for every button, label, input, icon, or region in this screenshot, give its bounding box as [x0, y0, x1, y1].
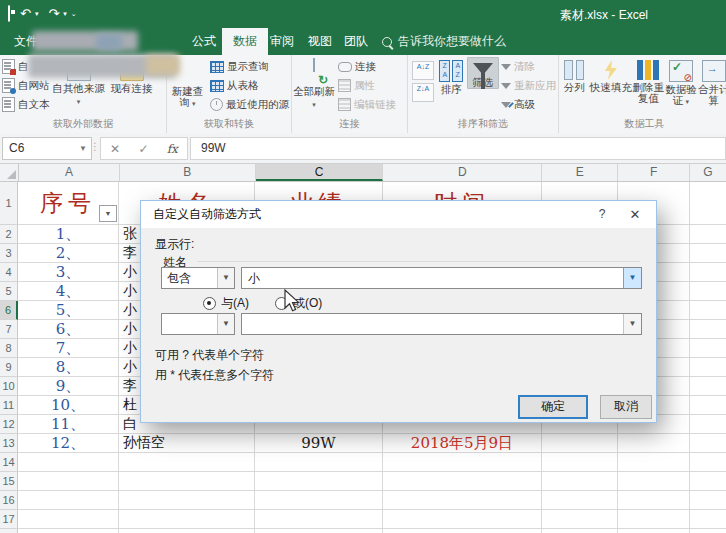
- cell-g16[interactable]: [690, 491, 726, 510]
- row-header-16[interactable]: 16: [0, 491, 18, 510]
- value1-combobox[interactable]: 小 ▼: [241, 267, 642, 289]
- cell-f15[interactable]: [618, 472, 690, 491]
- cell-d18[interactable]: [383, 529, 542, 533]
- cell-g10[interactable]: [690, 377, 726, 396]
- cell-c14[interactable]: [255, 453, 383, 472]
- cell-g11[interactable]: [690, 396, 726, 415]
- cell-a6[interactable]: 5、: [18, 301, 119, 320]
- redo-button[interactable]: ↷: [48, 3, 59, 25]
- cell-a7[interactable]: 6、: [18, 320, 119, 339]
- cell-a5[interactable]: 4、: [18, 282, 119, 301]
- column-header-E[interactable]: E: [542, 164, 618, 181]
- cell-a13[interactable]: 12、: [18, 434, 119, 453]
- row-header-13[interactable]: 13: [0, 434, 18, 453]
- column-header-B[interactable]: B: [120, 164, 256, 181]
- select-all-corner[interactable]: [0, 164, 19, 181]
- row-header-6[interactable]: 6: [0, 301, 18, 320]
- column-header-G[interactable]: G: [690, 164, 726, 181]
- from-web-button[interactable]: 自网站: [2, 77, 50, 94]
- row-header-4[interactable]: 4: [0, 263, 18, 282]
- text-to-columns-button[interactable]: 分列: [559, 57, 590, 93]
- enter-entry-icon[interactable]: ✓: [138, 142, 148, 156]
- cell-g12[interactable]: [690, 415, 726, 434]
- cell-a16[interactable]: [18, 491, 119, 510]
- column-header-F[interactable]: F: [618, 164, 690, 181]
- cell-c15[interactable]: [255, 472, 383, 491]
- sort-button[interactable]: ZAAZ 排序: [436, 57, 467, 95]
- refresh-all-button[interactable]: ↻ 全部刷新: [292, 57, 336, 110]
- cell-g17[interactable]: [690, 510, 726, 529]
- cell-g6[interactable]: [690, 301, 726, 320]
- value2-combobox[interactable]: ▼: [241, 313, 642, 335]
- cell-b17[interactable]: [119, 510, 255, 529]
- cell-b14[interactable]: [119, 453, 255, 472]
- operator2-combobox[interactable]: ▼: [161, 313, 235, 335]
- cell-d17[interactable]: [383, 510, 542, 529]
- advanced-filter-button[interactable]: 高级: [501, 96, 556, 113]
- row-header-7[interactable]: 7: [0, 320, 18, 339]
- cell-d16[interactable]: [383, 491, 542, 510]
- cell-c17[interactable]: [255, 510, 383, 529]
- cell-g5[interactable]: [690, 282, 726, 301]
- cell-a11[interactable]: 10、: [18, 396, 119, 415]
- dialog-help-button[interactable]: ?: [592, 201, 612, 228]
- cell-f17[interactable]: [618, 510, 690, 529]
- autofilter-dropdown-button[interactable]: ▼: [99, 205, 117, 222]
- undo-button[interactable]: ↶: [20, 3, 31, 25]
- cell-e14[interactable]: [542, 453, 618, 472]
- dialog-close-button[interactable]: ✕: [624, 201, 646, 228]
- cell-e15[interactable]: [542, 472, 618, 491]
- cell-d14[interactable]: [383, 453, 542, 472]
- row-header-17[interactable]: 17: [0, 510, 18, 529]
- row-header-18[interactable]: 18: [0, 529, 18, 533]
- cell-a12[interactable]: 11、: [18, 415, 119, 434]
- row-header-12[interactable]: 12: [0, 415, 18, 434]
- cell-g8[interactable]: [690, 339, 726, 358]
- cell-g2[interactable]: [690, 225, 726, 244]
- tab-团队[interactable]: 团队: [336, 28, 376, 55]
- cell-c13[interactable]: 99W: [255, 434, 383, 453]
- cell-e16[interactable]: [542, 491, 618, 510]
- column-header-A[interactable]: A: [19, 164, 120, 181]
- cell-f16[interactable]: [618, 491, 690, 510]
- cell-g18[interactable]: [690, 529, 726, 533]
- cell-e18[interactable]: [542, 529, 618, 533]
- row-header-5[interactable]: 5: [0, 282, 18, 301]
- name-box-dropdown-icon[interactable]: ▼: [79, 138, 87, 159]
- cell-b18[interactable]: [119, 529, 255, 533]
- cell-c16[interactable]: [255, 491, 383, 510]
- sort-ascending-button[interactable]: A↓Z: [412, 61, 434, 80]
- consolidate-button[interactable]: 合并计算: [697, 57, 726, 106]
- cell-e17[interactable]: [542, 510, 618, 529]
- cell-g13[interactable]: [690, 434, 726, 453]
- cell-a2[interactable]: 1、: [18, 225, 119, 244]
- cell-b16[interactable]: [119, 491, 255, 510]
- cell-a4[interactable]: 3、: [18, 263, 119, 282]
- row-header-14[interactable]: 14: [0, 453, 18, 472]
- cell-a10[interactable]: 9、: [18, 377, 119, 396]
- row-header-11[interactable]: 11: [0, 396, 18, 415]
- customize-qat-button[interactable]: ⌄: [71, 3, 77, 25]
- cell-a17[interactable]: [18, 510, 119, 529]
- tab-公式[interactable]: 公式: [186, 28, 222, 55]
- cell-d15[interactable]: [383, 472, 542, 491]
- cell-g1[interactable]: [690, 182, 726, 225]
- cell-a8[interactable]: 7、: [18, 339, 119, 358]
- tab-视图[interactable]: 视图: [300, 28, 340, 55]
- cell-f18[interactable]: [618, 529, 690, 533]
- cell-f14[interactable]: [618, 453, 690, 472]
- combobox-dropdown-icon[interactable]: ▼: [217, 268, 234, 288]
- save-button[interactable]: [8, 3, 10, 25]
- cell-e13[interactable]: [542, 434, 618, 453]
- column-headers[interactable]: ABCDEFG: [0, 164, 726, 182]
- filter-button[interactable]: 筛选: [467, 57, 500, 89]
- cell-g15[interactable]: [690, 472, 726, 491]
- value2-dropdown-icon[interactable]: ▼: [623, 314, 641, 334]
- cell-g3[interactable]: [690, 244, 726, 263]
- row-header-3[interactable]: 3: [0, 244, 18, 263]
- cell-g14[interactable]: [690, 453, 726, 472]
- recent-sources-button[interactable]: 最近使用的源: [210, 96, 289, 113]
- cell-d13[interactable]: 2018年5月9日: [383, 434, 542, 453]
- cell-b13[interactable]: 孙悟空: [119, 434, 255, 453]
- from-table-button[interactable]: 从表格: [210, 77, 289, 94]
